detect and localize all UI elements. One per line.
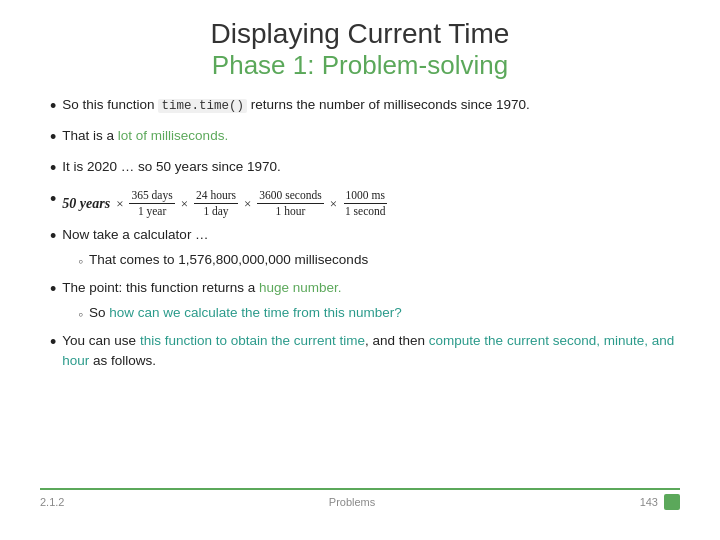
sub-dot-5: ◦ (78, 251, 83, 272)
frac-365days: 365 days 1 year (129, 188, 174, 219)
frac-1000ms: 1000 ms 1 second (343, 188, 388, 219)
bullet-5-group: • Now take a calculator … ◦ That comes t… (50, 225, 680, 272)
bullet-3-text: It is 2020 … so 50 years since 1970. (62, 157, 280, 177)
bullet-dot-6: • (50, 276, 56, 303)
bullet-2-text: That is a lot of milliseconds. (62, 126, 228, 146)
sub-6-text: So how can we calculate the time from th… (89, 303, 402, 323)
math-50years: 50 years (62, 193, 110, 214)
green-huge: huge number. (259, 280, 342, 295)
bullet-3: • It is 2020 … so 50 years since 1970. (50, 157, 680, 182)
content-area: • So this function time.time() returns t… (40, 95, 680, 488)
bullet-dot-7: • (50, 329, 56, 356)
footer-right: 143 (640, 494, 680, 510)
frac-3600sec: 3600 seconds 1 hour (257, 188, 323, 219)
footer: 2.1.2 Problems 143 (40, 488, 680, 510)
sub-dot-6: ◦ (78, 304, 83, 325)
bullet-7: • You can use this function to obtain th… (50, 331, 680, 372)
teal-thisfunction: this function to obtain the current time (140, 333, 365, 348)
math-times-4: × (330, 194, 337, 214)
bullet-dot-1: • (50, 93, 56, 120)
title-block: Displaying Current Time Phase 1: Problem… (40, 18, 680, 81)
bullet-1: • So this function time.time() returns t… (50, 95, 680, 120)
bullet-2: • That is a lot of milliseconds. (50, 126, 680, 151)
footer-center: Problems (329, 496, 375, 508)
bullet-6-text: The point: this function returns a huge … (62, 278, 341, 298)
bullet-1-text: So this function time.time() returns the… (62, 95, 529, 116)
bullet-dot-5: • (50, 223, 56, 250)
bullet-6-group: • The point: this function returns a hug… (50, 278, 680, 325)
footer-page: 143 (640, 496, 658, 508)
footer-icon (664, 494, 680, 510)
math-row: 50 years × 365 days 1 year × 24 hours 1 … (62, 188, 387, 219)
bullet-6: • The point: this function returns a hug… (50, 278, 680, 303)
teal-howcan: how can we calculate the time from this … (109, 305, 402, 320)
sub-bullet-5: ◦ That comes to 1,576,800,000,000 millis… (78, 250, 680, 272)
math-times-2: × (181, 194, 188, 214)
bullet-5-text: Now take a calculator … (62, 225, 208, 245)
bullet-7-text: You can use this function to obtain the … (62, 331, 680, 372)
frac-24hours: 24 hours 1 day (194, 188, 238, 219)
bullet-dot-2: • (50, 124, 56, 151)
math-times-3: × (244, 194, 251, 214)
slide: Displaying Current Time Phase 1: Problem… (0, 0, 720, 540)
sub-bullet-6: ◦ So how can we calculate the time from … (78, 303, 680, 325)
bullet-dot-4: • (50, 186, 56, 213)
math-times-1: × (116, 194, 123, 214)
bullet-4: • 50 years × 365 days 1 year × 24 hours … (50, 188, 680, 219)
bullet-dot-3: • (50, 155, 56, 182)
code-time: time.time() (158, 99, 247, 113)
sub-5-text: That comes to 1,576,800,000,000 millisec… (89, 250, 368, 270)
footer-left: 2.1.2 (40, 496, 64, 508)
bullet-5: • Now take a calculator … (50, 225, 680, 250)
green-text-1: lot of milliseconds. (118, 128, 228, 143)
title-line1: Displaying Current Time (40, 18, 680, 50)
title-line2: Phase 1: Problem-solving (40, 50, 680, 81)
